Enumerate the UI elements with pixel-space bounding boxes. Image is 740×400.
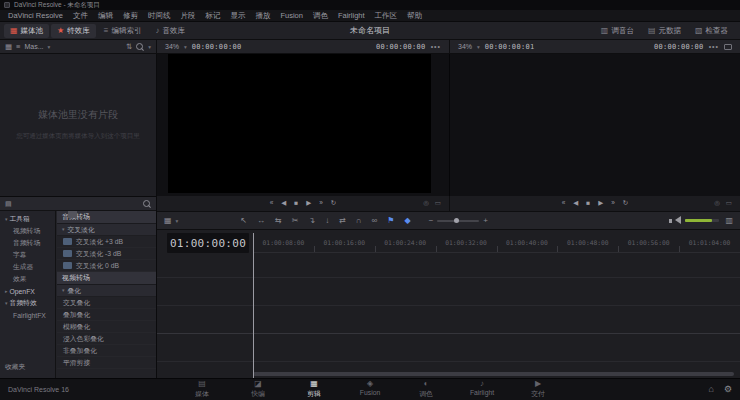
single-viewer-mode-icon[interactable] xyxy=(724,44,732,50)
effects-view-icon[interactable]: ▤ xyxy=(5,200,12,207)
timeline-options-menu[interactable]: ••• xyxy=(709,43,719,50)
capture-still-icon[interactable]: ▭ xyxy=(435,200,441,207)
search-icon[interactable] xyxy=(143,200,151,208)
page-color[interactable]: ◐调色 xyxy=(408,380,444,399)
fx-nav-openfx[interactable]: ▸OpenFX xyxy=(0,285,55,297)
menu-item-fairlight[interactable]: Fairlight xyxy=(338,11,365,20)
menu-item-文件[interactable]: 文件 xyxy=(73,11,88,21)
source-jump-last-button[interactable]: » xyxy=(319,200,323,207)
audio-meter-icon[interactable]: ▥ xyxy=(725,217,733,225)
fx-group-row[interactable]: ▾交叉淡化 xyxy=(57,224,156,236)
menu-item-播放[interactable]: 播放 xyxy=(255,11,270,21)
snapping-icon[interactable]: ∩ xyxy=(356,217,362,225)
flag-icon[interactable]: ⚑ xyxy=(387,217,394,225)
fx-nav-favorites[interactable]: 收藏夹 xyxy=(0,361,55,373)
selection-mode-icon[interactable]: ↖ xyxy=(240,217,247,225)
search-icon[interactable] xyxy=(136,43,144,51)
media-pool-button[interactable]: ▦媒体池 xyxy=(4,24,49,38)
fx-nav-toolbox[interactable]: ▾工具箱 xyxy=(0,213,55,225)
fx-item[interactable]: 交叉淡化 0 dB xyxy=(57,260,156,272)
project-manager-icon[interactable]: ⌂ xyxy=(708,385,713,394)
fx-item[interactable]: 交叉淡化 +3 dB xyxy=(57,236,156,248)
marker-icon[interactable]: ◆ xyxy=(404,217,410,225)
zoom-slider-handle[interactable] xyxy=(454,218,459,223)
menu-item-片段[interactable]: 片段 xyxy=(180,11,195,21)
match-frame-icon[interactable]: ◎ xyxy=(423,200,429,207)
effects-library-button[interactable]: ★特效库 xyxy=(51,24,96,38)
fx-nav-fairlightfx[interactable]: FairlightFX xyxy=(0,309,55,321)
page-edit[interactable]: ▦剪辑 xyxy=(296,380,332,399)
ruler-label[interactable]: 01:00:40:00 xyxy=(497,233,558,252)
match-frame-icon[interactable]: ◎ xyxy=(714,200,720,207)
fx-item[interactable]: 叠加叠化 xyxy=(57,309,156,321)
menu-item-工作区[interactable]: 工作区 xyxy=(375,11,398,21)
metadata-button[interactable]: ▤元数据 xyxy=(642,24,687,38)
overwrite-clip-icon[interactable]: ↓ xyxy=(325,217,329,225)
fx-nav-audio-transitions[interactable]: 音频转场 xyxy=(0,237,55,249)
fx-item[interactable]: 平滑剪接 xyxy=(57,357,156,369)
timeline-hscrollbar[interactable] xyxy=(253,372,734,376)
page-deliver[interactable]: ▶交付 xyxy=(520,380,556,399)
page-fusion[interactable]: ◈Fusion xyxy=(352,380,388,399)
menu-item-调色[interactable]: 调色 xyxy=(313,11,328,21)
replace-clip-icon[interactable]: ⇄ xyxy=(339,217,346,225)
source-loop-button[interactable]: ↻ xyxy=(331,200,336,207)
menu-item-标记[interactable]: 标记 xyxy=(205,11,220,21)
page-media[interactable]: ▤媒体 xyxy=(184,380,220,399)
fx-nav-generators[interactable]: 生成器 xyxy=(0,261,55,273)
source-play-reverse-button[interactable]: ◀ xyxy=(281,200,286,207)
fx-nav-effects[interactable]: 效果 xyxy=(0,273,55,285)
bin-selector[interactable]: Mas... xyxy=(24,43,43,50)
fx-group-row[interactable]: ▾叠化 xyxy=(57,285,156,297)
capture-still-icon[interactable]: ▭ xyxy=(726,200,732,207)
insert-clip-icon[interactable]: ↴ xyxy=(308,217,315,225)
ruler-label[interactable]: 01:00:56:00 xyxy=(618,233,679,252)
menu-item-时间线[interactable]: 时间线 xyxy=(148,11,171,21)
timeline-zoom-slider[interactable] xyxy=(437,220,479,222)
source-jump-first-button[interactable]: « xyxy=(270,200,274,207)
audio-level-slider[interactable] xyxy=(685,219,719,222)
timeline-ruler[interactable]: 01:00:08:0001:00:16:0001:00:24:0001:00:3… xyxy=(253,233,740,253)
ruler-label[interactable]: 01:00:08:00 xyxy=(253,233,314,252)
menu-item-davinci-resolve[interactable]: DaVinci Resolve xyxy=(8,11,63,20)
menu-item-修剪[interactable]: 修剪 xyxy=(123,11,138,21)
ruler-label[interactable]: 01:00:32:00 xyxy=(436,233,497,252)
menu-item-编辑[interactable]: 编辑 xyxy=(98,11,113,21)
timeline-current-timecode[interactable]: 00:00:00:01 xyxy=(485,43,535,51)
speaker-icon[interactable] xyxy=(669,216,679,225)
mixer-button[interactable]: ▥调音台 xyxy=(595,24,640,38)
page-cut[interactable]: ◪快编 xyxy=(240,380,276,399)
hscrollbar-handle[interactable] xyxy=(253,372,734,376)
menu-item-帮助[interactable]: 帮助 xyxy=(407,11,422,21)
fx-item[interactable]: 浸入色彩叠化 xyxy=(57,333,156,345)
timeline-zoom-select[interactable]: 34% xyxy=(458,43,472,50)
timeline-jump-last-button[interactable]: » xyxy=(611,200,615,207)
source-zoom-select[interactable]: 34% xyxy=(165,43,179,50)
page-fairlight[interactable]: ♪Fairlight xyxy=(464,380,500,399)
fx-nav-titles[interactable]: 字幕 xyxy=(0,249,55,261)
source-stop-button[interactable]: ■ xyxy=(294,200,298,207)
timeline-jump-first-button[interactable]: « xyxy=(562,200,566,207)
timeline-view-options-icon[interactable]: ▦ xyxy=(164,217,172,225)
source-options-menu[interactable]: ••• xyxy=(431,43,441,50)
ruler-label[interactable]: 01:00:48:00 xyxy=(557,233,618,252)
blade-edit-mode-icon[interactable]: ✂ xyxy=(292,217,299,225)
linked-selection-icon[interactable]: ∞ xyxy=(372,217,378,225)
timeline-loop-button[interactable]: ↻ xyxy=(623,200,628,207)
list-view-icon[interactable]: ≡ xyxy=(16,43,20,51)
timeline-play-forward-button[interactable]: ▶ xyxy=(598,200,603,207)
ruler-label[interactable]: 01:00:16:00 xyxy=(314,233,375,252)
zoom-out-icon[interactable]: − xyxy=(429,217,434,225)
sound-library-button[interactable]: ♪音效库 xyxy=(149,24,191,38)
timeline-playhead-timecode[interactable]: 01:00:00:00 xyxy=(167,233,249,253)
menu-item-fusion[interactable]: Fusion xyxy=(280,11,303,20)
menu-item-显示[interactable]: 显示 xyxy=(230,11,245,21)
fx-item[interactable]: 交叉叠化 xyxy=(57,297,156,309)
project-settings-gear-icon[interactable]: ⚙ xyxy=(724,385,732,394)
ruler-label[interactable]: 01:01:04:00 xyxy=(679,233,740,252)
source-play-forward-button[interactable]: ▶ xyxy=(306,200,311,207)
fx-nav-video-transitions[interactable]: 视频转场 xyxy=(0,225,55,237)
fx-item[interactable]: 交叉淡化 -3 dB xyxy=(57,248,156,260)
fx-nav-audio-fx[interactable]: ▾音频特效 xyxy=(0,297,55,309)
ruler-label[interactable]: 01:00:24:00 xyxy=(375,233,436,252)
